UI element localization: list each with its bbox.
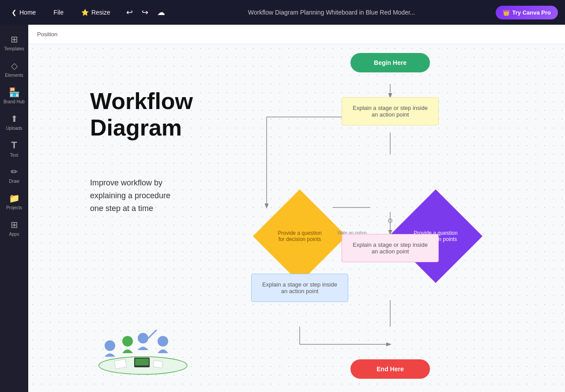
position-label: Position: [37, 31, 57, 38]
apps-label: Apps: [9, 232, 19, 237]
elements-label: Elements: [5, 73, 23, 78]
subtitle-line3: one step at a time: [90, 204, 153, 213]
pink-rect-node[interactable]: Explain a stage or step inside an action…: [342, 234, 439, 262]
sub-toolbar: Position: [28, 25, 565, 44]
resize-icon: ⭐: [81, 9, 89, 16]
svg-rect-18: [135, 358, 149, 366]
chevron-left-icon: ❮: [11, 9, 17, 16]
yellow-rect-node[interactable]: Explain a stage or step inside an action…: [342, 97, 439, 125]
apps-icon: ⊞: [11, 219, 18, 230]
svg-rect-20: [153, 360, 163, 368]
sidebar-item-uploads[interactable]: ⬆ Uploads: [2, 109, 26, 134]
uploads-label: Uploads: [6, 126, 23, 131]
sidebar-item-elements[interactable]: ◇ Elements: [2, 57, 26, 81]
cloud-save-button[interactable]: ☁: [154, 5, 168, 20]
sidebar-item-brand-hub[interactable]: 🏪 Brand Hub: [2, 83, 26, 108]
projects-icon: 📁: [9, 193, 20, 204]
svg-line-15: [148, 330, 156, 338]
home-nav[interactable]: ❮ Home: [7, 6, 40, 19]
diagram: Workflow Diagram Improve workflow by exp…: [28, 44, 565, 392]
draw-label: Draw: [9, 179, 19, 184]
undo-button[interactable]: ↩: [124, 5, 136, 20]
templates-icon: ⊞: [11, 34, 18, 45]
blue-rect-node[interactable]: Explain a stage or step inside an action…: [251, 274, 348, 302]
brand-hub-label: Brand Hub: [4, 99, 25, 104]
workflow-subtitle: Improve workflow by explaining a procedu…: [90, 177, 170, 215]
elements-icon: ◇: [11, 60, 18, 71]
try-pro-label: Try Canva Pro: [512, 9, 551, 16]
resize-nav[interactable]: ⭐ Resize: [77, 6, 115, 19]
svg-point-10: [388, 219, 392, 222]
document-title: Workflow Diagram Planning Whiteboard in …: [177, 9, 487, 16]
svg-point-13: [122, 336, 133, 347]
canvas[interactable]: Workflow Diagram Improve workflow by exp…: [28, 44, 565, 392]
sidebar-item-text[interactable]: T Text: [2, 136, 26, 161]
draw-icon: ✏: [11, 166, 18, 177]
undo-redo-group: ↩ ↪ ☁: [124, 5, 168, 20]
home-label: Home: [19, 9, 36, 16]
text-label: Text: [10, 153, 18, 158]
text-icon: T: [11, 139, 17, 151]
sidebar-item-projects[interactable]: 📁 Projects: [2, 189, 26, 214]
subtitle-line2: explaining a procedure: [90, 191, 170, 200]
file-label: File: [53, 9, 64, 16]
resize-label: Resize: [91, 9, 110, 16]
title-line1: Workflow Diagram: [90, 88, 193, 141]
begin-here-node[interactable]: Begin Here: [350, 53, 430, 72]
svg-point-16: [158, 336, 168, 347]
svg-point-12: [105, 340, 115, 351]
templates-label: Templates: [4, 46, 24, 51]
brand-hub-icon: 🏪: [9, 87, 20, 98]
workflow-title: Workflow Diagram: [90, 88, 193, 141]
sidebar-item-draw[interactable]: ✏ Draw: [2, 162, 26, 187]
top-bar: ❮ Home File ⭐ Resize ↩ ↪ ☁ Workflow Diag…: [0, 0, 565, 25]
redo-button[interactable]: ↪: [139, 5, 151, 20]
crown-icon: 👑: [503, 9, 510, 16]
svg-point-14: [138, 333, 148, 343]
subtitle-line1: Improve workflow by: [90, 178, 162, 187]
sidebar-item-templates[interactable]: ⊞ Templates: [2, 30, 26, 55]
sidebar-item-apps[interactable]: ⊞ Apps: [2, 215, 26, 240]
yellow-diamond-label: Provide a question for decision points: [267, 203, 333, 269]
svg-rect-19: [114, 359, 127, 369]
sidebar: ⊞ Templates ◇ Elements 🏪 Brand Hub ⬆ Upl…: [0, 25, 28, 392]
end-here-node[interactable]: End Here: [350, 359, 430, 379]
people-illustration: [86, 321, 200, 379]
projects-label: Projects: [6, 205, 22, 210]
uploads-icon: ⬆: [11, 113, 18, 124]
try-pro-button[interactable]: 👑 Try Canva Pro: [496, 6, 558, 19]
file-nav[interactable]: File: [49, 6, 68, 19]
